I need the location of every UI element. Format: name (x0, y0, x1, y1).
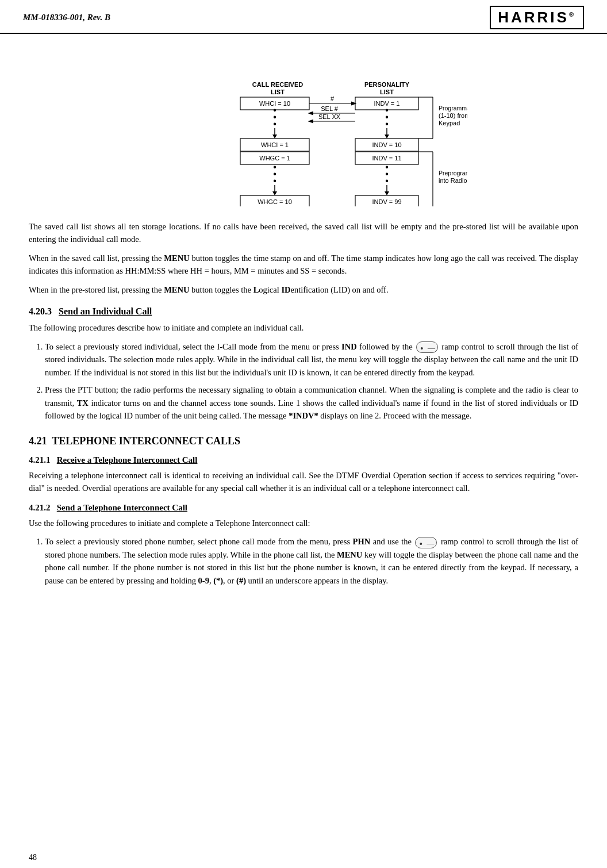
section-4211-body: Receiving a telephone interconnect call … (29, 469, 578, 495)
harris-logo: HARRIS® (490, 6, 584, 29)
section-4211-title: Receive a Telephone Interconnect Call (57, 455, 198, 464)
svg-text:WHGC = 10: WHGC = 10 (258, 198, 292, 205)
svg-text:INDV = 10: INDV = 10 (372, 141, 401, 148)
svg-text:INDV = 99: INDV = 99 (372, 198, 401, 205)
section-4212-heading: 4.21.2 Send a Telephone Interconnect Cal… (29, 503, 578, 513)
section-4212-title: Send a Telephone Interconnect Call (57, 503, 187, 512)
svg-text:CALL RECEIVED: CALL RECEIVED (252, 81, 303, 88)
svg-text:Preprogrammed: Preprogrammed (439, 170, 467, 176)
list-item-2: Press the PTT button; the radio performs… (45, 383, 578, 422)
svg-text:SEL XX: SEL XX (318, 113, 341, 120)
para-saved-call-list-3: When in the pre-stored list, pressing th… (29, 283, 578, 296)
svg-text:PERSONALITY: PERSONALITY (364, 81, 410, 88)
document-title: MM-018336-001, Rev. B (23, 13, 110, 22)
svg-marker-37 (385, 191, 389, 195)
para2-text1: When in the saved call list, pressing th… (29, 254, 164, 263)
section-4211-number: 4.21.1 (29, 455, 57, 464)
item-4212-1-phn: PHN (353, 537, 371, 546)
item-4212-1-09: 0-9 (198, 576, 209, 585)
svg-marker-28 (385, 135, 389, 139)
svg-text:LIST: LIST (380, 89, 394, 95)
call-list-diagram: CALL RECEIVED LIST PERSONALITY LIST WHCI… (140, 51, 467, 206)
section-4203-intro: The following procedures describe how to… (29, 321, 578, 334)
para2-menu: MENU (164, 254, 189, 263)
item-4212-1-text2: and use the (370, 537, 414, 546)
para3-text2: button toggles the Logical IDentificatio… (189, 285, 388, 294)
item2-tx: TX (77, 398, 89, 408)
item2-text3: displays on line 2. Proceed with the mes… (318, 411, 472, 420)
section-4203: 4.20.3 Send an Individual Call The follo… (29, 306, 578, 422)
section-4203-title: Send an Individual Call (59, 306, 152, 316)
item-4212-1-text7: until an underscore appears in the displ… (246, 576, 388, 585)
para3-l: L (253, 285, 259, 294)
section-4212-intro: Use the following procedures to initiate… (29, 517, 578, 529)
section-4211-heading: 4.21.1 Receive a Telephone Interconnect … (29, 455, 578, 465)
section-421-heading: 4.21 TELEPHONE INTERCONNECT CALLS (29, 435, 578, 447)
item-4212-1-text6: , or (223, 576, 236, 585)
svg-text:Keypad: Keypad (439, 120, 460, 126)
svg-text:•: • (273, 119, 276, 129)
svg-text:SEL #: SEL # (321, 105, 338, 112)
section-4212-list: To select a previously stored phone numb… (45, 535, 578, 587)
svg-text:WHGC = 1: WHGC = 1 (259, 155, 290, 162)
para3-id: ID (281, 285, 290, 294)
item2-indv: *INDV* (289, 411, 318, 420)
item-4212-1-menu: MENU (337, 550, 362, 559)
item1-text1: To select a previously stored individual… (45, 342, 341, 351)
ramp-control-icon-1 (416, 341, 438, 353)
svg-text:•: • (385, 119, 389, 129)
page-number: 48 (29, 853, 37, 862)
para-saved-call-list-2: When in the saved call list, pressing th… (29, 252, 578, 278)
para-saved-call-list-1: The saved call list shows all ten storag… (29, 220, 578, 246)
section-4203-list: To select a previously stored individual… (45, 340, 578, 423)
svg-marker-19 (272, 191, 277, 195)
para3-text1: When in the pre-stored list, pressing th… (29, 285, 164, 294)
svg-text:#: # (331, 95, 335, 102)
section-4211: 4.21.1 Receive a Telephone Interconnect … (29, 455, 578, 495)
item-4212-1-hash: (#) (236, 576, 246, 585)
svg-text:LIST: LIST (271, 89, 285, 95)
svg-text:WHCI = 1: WHCI = 1 (261, 141, 289, 148)
svg-marker-10 (272, 135, 277, 139)
item1-text2: followed by the (357, 342, 415, 351)
main-content: CALL RECEIVED LIST PERSONALITY LIST WHCI… (0, 34, 607, 604)
section-4212: 4.21.2 Send a Telephone Interconnect Cal… (29, 503, 578, 587)
page-header: MM-018336-001, Rev. B HARRIS® (0, 0, 607, 34)
diagram-container: CALL RECEIVED LIST PERSONALITY LIST WHCI… (29, 51, 578, 206)
section-421: 4.21 TELEPHONE INTERCONNECT CALLS 4.21.1… (29, 435, 578, 587)
section-4203-heading: 4.20.3 Send an Individual Call (29, 306, 578, 317)
ramp-control-icon-2 (415, 537, 437, 548)
para3-menu: MENU (164, 285, 189, 294)
svg-text:into Radio: into Radio (439, 177, 467, 184)
section-421-title: TELEPHONE INTERCONNECT CALLS (52, 435, 240, 447)
item-4212-1-text1: To select a previously stored phone numb… (45, 537, 353, 546)
section-4203-number: 4.20.3 (29, 306, 59, 316)
logo-registered: ® (569, 11, 576, 18)
list-item-1: To select a previously stored individual… (45, 340, 578, 379)
item-4212-1-star: (*) (213, 576, 223, 585)
svg-text:•: • (385, 176, 389, 186)
svg-text:(1-10) from: (1-10) from (439, 112, 467, 119)
svg-text:Programmable: Programmable (439, 105, 467, 112)
svg-text:INDV = 11: INDV = 11 (372, 155, 401, 162)
list-item-4212-1: To select a previously stored phone numb… (45, 535, 578, 587)
svg-text:•: • (273, 176, 276, 186)
section-421-number: 4.21 (29, 435, 52, 447)
item1-ind: IND (341, 342, 357, 351)
section-4212-number: 4.21.2 (29, 503, 57, 512)
